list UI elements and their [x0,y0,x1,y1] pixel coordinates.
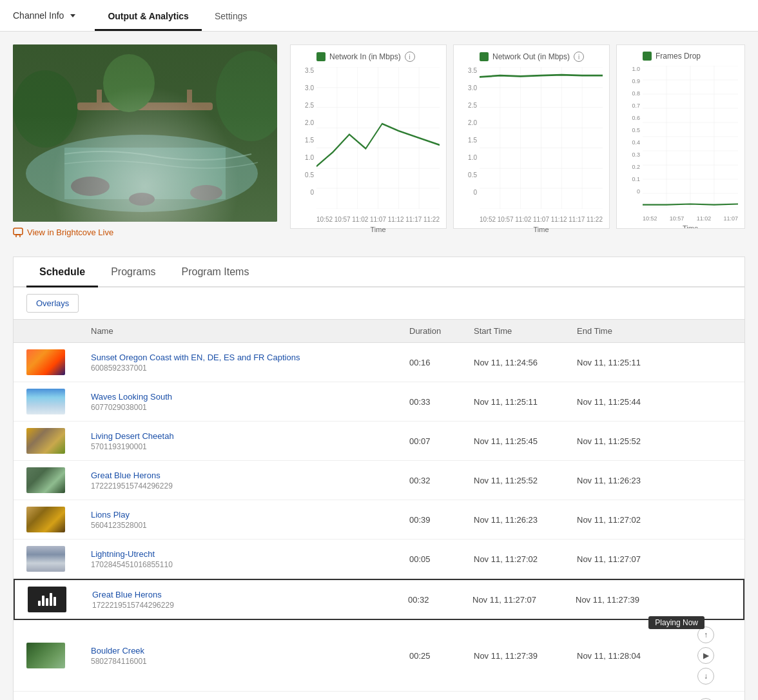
row-end-time: Nov 11, 11:28:04 [577,651,680,661]
schedule-tabs: Schedule Programs Program Items [14,257,744,287]
row-end-time: Nov 11, 11:27:39 [576,595,679,605]
chart-frames-drop-y-labels: 1.00.90.80.70.6 0.50.40.30.20.10 [622,66,640,195]
row-duration: 00:33 [409,397,474,407]
row-thumbnail [26,428,65,454]
header-end-time: End Time [577,326,680,336]
channel-info-chevron[interactable] [70,14,75,17]
item-name[interactable]: Waves Looking South [91,392,409,402]
tab-settings[interactable]: Settings [202,3,260,31]
item-id: 1722219515744296229 [91,481,409,491]
chart-frames-drop: Frames Drop 1.00.90.80.70.6 0.50.40.30.2… [616,44,745,229]
row-end-time: Nov 11, 11:25:52 [577,436,680,446]
main-content: View in Brightcove Live Network In (in M… [0,32,758,700]
top-section: View in Brightcove Live Network In (in M… [13,44,745,237]
row-thumb-name [26,546,91,572]
row-name-info: Sunset Oregon Coast with EN, DE, ES and … [91,353,409,373]
item-id: 5604123528001 [91,521,409,530]
tab-schedule[interactable]: Schedule [26,257,98,287]
row-start-time: Nov 11, 11:27:39 [474,651,577,661]
schedule-section: Schedule Programs Program Items Overlays… [13,257,745,700]
playing-now-badge: Playing Now [648,616,705,629]
row-start-time: Nov 11, 11:26:23 [474,515,577,525]
item-id: 5802784116001 [91,657,409,666]
row-thumbnail [26,349,65,375]
frames-drop-legend [643,52,652,61]
chart-network-out-x-title: Time [533,226,549,233]
row-thumbnail [26,643,65,668]
row-thumb-name [26,349,91,375]
row-name-info: Living Desert Cheetah 5701193190001 [91,431,409,451]
row-name-info: Great Blue Herons 1722219515744296229 [91,471,409,491]
row-name-info: Boulder Creek 5802784116001 [91,646,409,666]
network-in-legend [316,52,326,61]
row-start-time: Nov 11, 11:27:07 [472,595,576,605]
table-row: Lightning-Utrecht 1702845451016855110 00… [14,540,744,579]
tab-program-items[interactable]: Program Items [169,257,262,287]
chart-network-out-area: 3.53.02.52.0 1.51.00.50 [480,67,603,209]
video-thumbnail [13,44,277,222]
item-id: 1722219515744296229 [92,601,408,610]
row-end-time: Nov 11, 11:25:11 [577,358,680,367]
row-start-time: Nov 11, 11:27:02 [474,554,577,564]
network-in-svg [316,67,440,209]
row-end-time: Nov 11, 11:27:07 [577,554,680,564]
row-end-time: Nov 11, 11:27:02 [577,515,680,525]
row-start-time: Nov 11, 11:24:56 [474,358,577,367]
video-panel: View in Brightcove Live [13,44,277,237]
charts-section: Network In (in Mbps) i 3.53.02.52.0 1.51… [290,44,745,229]
header-name: Name [91,326,409,336]
overlays-button[interactable]: Overlays [26,294,79,313]
header-thumbnail [26,326,91,336]
item-name[interactable]: Sunset Oregon Coast with EN, DE, ES and … [91,353,409,362]
row-start-time: Nov 11, 11:25:45 [474,436,577,446]
chart-network-in-x-title: Time [370,226,385,233]
frames-drop-svg [643,66,738,208]
channel-info-label: Channel Info [13,10,64,21]
channel-info[interactable]: Channel Info [13,10,75,21]
table-row-playing: Great Blue Herons 1722219515744296229 00… [14,579,744,620]
row-name-info: Great Blue Herons 1722219515744296229 [92,590,408,610]
table-row: Lions Play 5604123528001 00:39 Nov 11, 1… [14,500,744,540]
row-actions: ↑ ▶ ↓ [680,627,732,685]
row-start-time: Nov 11, 11:25:52 [474,476,577,485]
table-row: Great Blue Herons 1722219515744296229 00… [14,461,744,500]
item-name[interactable]: Lions Play [91,510,409,520]
header-duration: Duration [409,326,474,336]
row-duration: 00:07 [409,436,474,446]
network-out-svg [480,67,603,209]
view-in-brightcove-link[interactable]: View in Brightcove Live [13,227,277,237]
row-duration: 00:16 [409,358,474,367]
table-row: Sunset Oregon Coast with EN, DE, ES and … [14,343,744,382]
row-thumb-name [26,428,91,454]
row-thumb-name [28,587,92,612]
chart-frames-drop-title: Frames Drop [643,52,738,61]
row-duration: 00:32 [408,595,472,605]
chart-network-in: Network In (in Mbps) i 3.53.02.52.0 1.51… [290,44,447,229]
play-button[interactable]: ▶ [697,647,714,664]
item-name[interactable]: Living Desert Cheetah [91,431,409,441]
chart-frames-drop-area: 1.00.90.80.70.6 0.50.40.30.20.10 [643,66,738,208]
overlays-sub-section: Overlays [14,287,744,320]
chart-network-in-y-labels: 3.53.02.52.0 1.51.00.50 [293,67,314,196]
header-actions [680,326,732,336]
chart-frames-drop-x-labels: 10:5210:5711:0211:07 [643,215,738,222]
network-in-info-icon[interactable]: i [405,52,415,62]
item-id: 5701193190001 [91,442,409,451]
table-row: Sunset Oregon Coast with EN, DE, ES and … [14,692,744,700]
tab-programs[interactable]: Programs [98,257,168,287]
row-name-info: Lions Play 5604123528001 [91,510,409,530]
network-out-info-icon[interactable]: i [574,52,584,62]
move-down-button[interactable]: ↓ [697,668,714,685]
tab-output-analytics[interactable]: Output & Analytics [95,3,202,31]
item-name[interactable]: Lightning-Utrecht [91,549,409,559]
table-header: Name Duration Start Time End Time [14,320,744,343]
item-name[interactable]: Great Blue Herons [92,590,408,599]
item-name[interactable]: Great Blue Herons [91,471,409,480]
chart-network-out-y-labels: 3.53.02.52.0 1.51.00.50 [456,67,477,196]
chart-network-in-title: Network In (in Mbps) i [316,52,440,62]
chart-frames-drop-x-title: Time [683,224,698,229]
item-name[interactable]: Boulder Creek [91,646,409,656]
table-row: Boulder Creek 5802784116001 00:25 Nov 11… [14,620,744,692]
item-id: 6008592337001 [91,364,409,373]
row-end-time: Nov 11, 11:25:44 [577,397,680,407]
